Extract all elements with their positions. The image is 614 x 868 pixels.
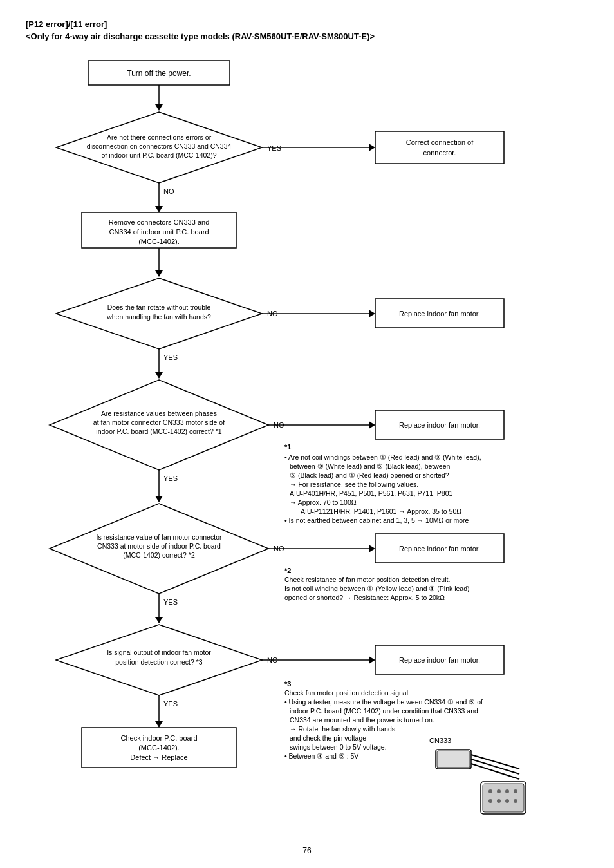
svg-text:AIU-P401H/HR, P451, P501, P561: AIU-P401H/HR, P451, P501, P561, P631, P7… — [290, 489, 452, 497]
svg-marker-63 — [369, 656, 375, 664]
svg-marker-57 — [155, 617, 163, 623]
svg-text:Are not there connections erro: Are not there connections errors or — [107, 133, 212, 141]
svg-text:Is resistance value of fan mot: Is resistance value of fan motor connect… — [97, 533, 222, 541]
svg-point-111 — [514, 799, 517, 803]
svg-text:(MCC-1402) correct? *2: (MCC-1402) correct? *2 — [123, 551, 195, 559]
svg-text:of indoor unit P.C. board (MCC: of indoor unit P.C. board (MCC-1402)? — [102, 151, 217, 159]
svg-text:indoor P.C. board (MCC-1402) c: indoor P.C. board (MCC-1402) correct? *1 — [96, 428, 221, 435]
svg-point-110 — [505, 799, 509, 803]
svg-text:→ Approx. 70 to 100Ω: → Approx. 70 to 100Ω — [290, 498, 357, 506]
svg-text:Replace indoor fan motor.: Replace indoor fan motor. — [399, 310, 480, 317]
page-header: [P12 error]/[11 error] <Only for 4-way a… — [26, 19, 588, 41]
svg-marker-33 — [155, 372, 163, 379]
svg-point-105 — [497, 789, 501, 793]
svg-marker-68 — [155, 721, 163, 728]
svg-text:Replace indoor fan motor.: Replace indoor fan motor. — [399, 545, 480, 552]
svg-text:position detection correct? *3: position detection correct? *3 — [115, 658, 203, 666]
svg-text:Check resistance of fan motor : Check resistance of fan motor position d… — [284, 576, 450, 583]
svg-text:CN334 are mounted and the powe: CN334 are mounted and the power is turne… — [290, 716, 434, 724]
svg-text:Remove connectors CN333 and: Remove connectors CN333 and — [109, 218, 210, 226]
svg-text:indoor P.C. board (MCC-1402) u: indoor P.C. board (MCC-1402) under condi… — [290, 707, 478, 715]
svg-text:*3: *3 — [284, 680, 291, 688]
svg-marker-52 — [369, 545, 375, 552]
svg-text:between ③ (White lead) and ⑤ (: between ③ (White lead) and ⑤ (Black lead… — [290, 462, 451, 470]
svg-point-109 — [497, 799, 501, 803]
svg-point-107 — [514, 789, 517, 793]
svg-text:YES: YES — [267, 144, 281, 152]
svg-text:YES: YES — [163, 598, 178, 606]
svg-rect-103 — [483, 784, 524, 812]
svg-text:disconnection on connectors CN: disconnection on connectors CN333 and CN… — [87, 142, 232, 150]
title2: <Only for 4-way air discharge cassette t… — [26, 32, 588, 41]
svg-text:opened or shorted? → Resistanc: opened or shorted? → Resistance: Approx.… — [284, 594, 445, 601]
svg-text:Are resistance values between : Are resistance values between phases — [101, 410, 217, 417]
svg-marker-40 — [369, 421, 375, 429]
svg-rect-11 — [375, 131, 504, 164]
svg-text:• Are not coil windings betwee: • Are not coil windings between ① (Red l… — [284, 453, 481, 461]
svg-text:Correct connection of: Correct connection of — [406, 138, 474, 146]
svg-text:CN333: CN333 — [429, 737, 451, 744]
svg-text:• Is not earthed between cabin: • Is not earthed between cabinet and 1, … — [284, 516, 469, 524]
diagram-area: Turn off the power. Are not there connec… — [30, 54, 584, 840]
svg-text:Does the fan rotate without tr: Does the fan rotate without trouble — [107, 303, 211, 311]
svg-marker-28 — [369, 310, 375, 317]
svg-point-104 — [488, 789, 492, 793]
svg-text:(MCC-1402).: (MCC-1402). — [138, 744, 180, 751]
svg-text:YES: YES — [163, 475, 178, 482]
svg-text:Replace indoor fan motor.: Replace indoor fan motor. — [399, 656, 480, 664]
title1: [P12 error]/[11 error] — [26, 19, 588, 29]
svg-text:connector.: connector. — [423, 149, 456, 156]
svg-marker-22 — [155, 270, 163, 277]
svg-text:when handling the fan with han: when handling the fan with hands? — [106, 313, 211, 321]
svg-text:Check fan motor position detec: Check fan motor position detection signa… — [284, 689, 410, 697]
svg-point-106 — [505, 789, 509, 793]
svg-marker-3 — [155, 104, 163, 111]
svg-text:• Between ④ and ⑤ : 5V: • Between ④ and ⑤ : 5V — [284, 752, 358, 760]
svg-text:Defect → Replace: Defect → Replace — [130, 753, 187, 761]
svg-text:(MCC-1402).: (MCC-1402). — [138, 238, 180, 245]
svg-text:Turn off the power.: Turn off the power. — [127, 69, 191, 78]
svg-text:• Using a tester, measure the : • Using a tester, measure the voltage be… — [284, 698, 483, 706]
svg-text:CN334 of indoor unit P.C. boar: CN334 of indoor unit P.C. board — [109, 228, 209, 236]
svg-text:*1: *1 — [284, 443, 291, 451]
svg-text:YES: YES — [163, 354, 178, 361]
svg-text:Is not coil winding between ① : Is not coil winding between ① (Yellow le… — [284, 585, 470, 592]
svg-text:⑤ (Black lead) and ① (Red lead: ⑤ (Black lead) and ① (Red lead) opened o… — [290, 471, 449, 479]
svg-marker-45 — [155, 496, 163, 502]
diagram-svg: Turn off the power. Are not there connec… — [30, 54, 584, 840]
svg-rect-98 — [437, 751, 470, 768]
svg-text:*2: *2 — [284, 567, 291, 574]
page-number: – 76 – — [26, 846, 588, 855]
svg-text:→ For resistance, see the foll: → For resistance, see the following valu… — [290, 480, 418, 488]
svg-point-108 — [488, 799, 492, 803]
svg-text:NO: NO — [163, 187, 174, 195]
svg-marker-10 — [369, 144, 375, 151]
svg-marker-16 — [155, 206, 163, 212]
svg-text:Check indoor P.C. board: Check indoor P.C. board — [120, 734, 197, 742]
svg-text:CN333 at motor side of indoor : CN333 at motor side of indoor P.C. board — [97, 542, 221, 550]
svg-text:→ Rotate the fan slowly with h: → Rotate the fan slowly with hands, — [290, 725, 397, 733]
svg-text:at fan motor connector CN333 m: at fan motor connector CN333 motor side … — [93, 419, 225, 426]
svg-text:YES: YES — [163, 700, 178, 708]
svg-text:Is signal output of indoor fan: Is signal output of indoor fan motor — [107, 648, 211, 656]
svg-text:AIU-P1121H/HR, P1401, P1601 → : AIU-P1121H/HR, P1401, P1601 → Approx. 35… — [301, 507, 461, 515]
svg-text:and check the pin voltage: and check the pin voltage — [290, 734, 366, 742]
svg-text:Replace indoor fan motor.: Replace indoor fan motor. — [399, 421, 480, 429]
svg-text:swings between 0 to 5V voltage: swings between 0 to 5V voltage. — [290, 743, 387, 751]
